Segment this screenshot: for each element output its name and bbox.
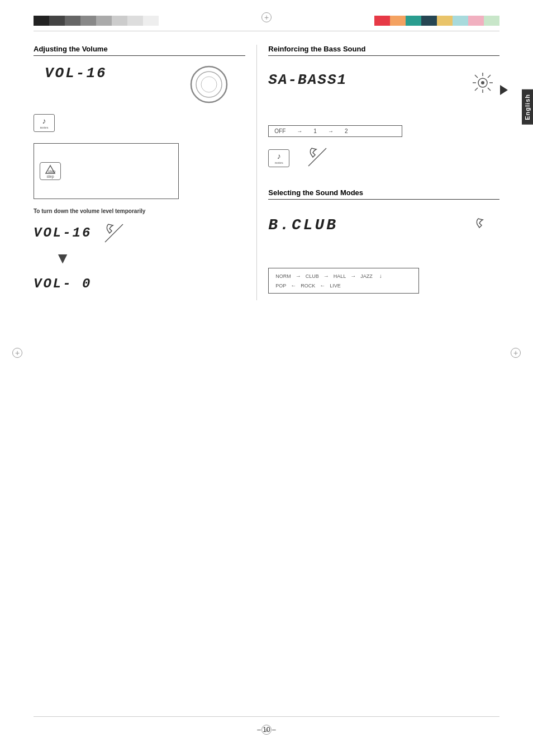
svg-line-4	[105, 224, 123, 242]
step-icon: step step	[40, 162, 61, 180]
step-box: step step	[34, 143, 179, 199]
triangle-icon	[500, 85, 508, 95]
mute-section: To turn down the volume level temporaril…	[34, 208, 245, 300]
sound-modes-section: Selecting the Sound Modes B.CLUB	[268, 188, 499, 294]
bar-block-dark	[421, 16, 437, 26]
cycle-item-rock: ROCK	[301, 283, 315, 289]
bar-block	[127, 16, 143, 26]
columns: Adjusting the Volume VOL-16	[34, 45, 499, 300]
cycle-row-2: POP ← ROCK ← LIVE	[275, 282, 412, 289]
btn-arrow2: →	[328, 128, 334, 134]
notes-phone-row: ♪ notes	[268, 146, 499, 171]
btn-off: OFF	[274, 128, 285, 134]
bass-content: SA-BASS1	[268, 72, 499, 116]
top-bar-right	[374, 16, 499, 26]
cycle-arrow-down: ↓	[379, 273, 382, 279]
english-tab: English	[522, 89, 533, 125]
button-row-bass: OFF → 1 → 2	[268, 125, 402, 137]
bar-block-red	[374, 16, 390, 26]
bass-display-wrap: SA-BASS1	[268, 72, 499, 88]
btn-1: 1	[313, 128, 317, 134]
bottom-rule	[34, 716, 499, 717]
btn-arrow1: →	[297, 128, 302, 134]
notes-row-1: ♪ notes	[34, 114, 245, 132]
cycle-arrow-2: →	[323, 273, 329, 279]
bass-section: Reinforcing the Bass Sound	[268, 45, 499, 171]
mute-label: To turn down the volume level temporaril…	[34, 208, 245, 214]
cycle-arrow-1: →	[296, 273, 301, 279]
vol-display-3: VOL- 0	[34, 276, 92, 291]
btn-2: 2	[345, 128, 348, 134]
step-section: step step	[34, 143, 245, 199]
cycle-arrow-5: ←	[320, 282, 325, 289]
right-column: Reinforcing the Bass Sound	[257, 45, 499, 300]
mute-vol-section: VOL-16 ▼ VOL- 0	[34, 216, 92, 300]
vol-section: VOL-16	[34, 65, 245, 110]
section-title-volume-text: Adjusting the Volume	[34, 45, 108, 53]
svg-text:step: step	[48, 169, 55, 174]
sun-icon	[472, 72, 494, 96]
cycle-arrow-3: →	[350, 273, 356, 279]
section-title-bass: Reinforcing the Bass Sound	[268, 45, 499, 56]
vol-display-2: VOL-16	[34, 225, 92, 240]
svg-line-10	[475, 75, 478, 78]
svg-line-15	[308, 148, 326, 166]
club-display-wrap: B.CLUB	[268, 216, 499, 234]
section-title-sound-modes-text: Selecting the Sound Modes	[268, 188, 363, 197]
bar-block-orange	[390, 16, 406, 26]
svg-point-1	[196, 72, 222, 97]
svg-line-13	[475, 88, 478, 91]
cycle-item-live: LIVE	[330, 283, 341, 289]
reg-mark-left	[12, 348, 22, 358]
reg-mark-right	[511, 348, 521, 358]
page-number: – 10 –	[257, 726, 275, 734]
bar-block-lightgreen	[484, 16, 499, 26]
main-content: Adjusting the Volume VOL-16	[34, 45, 499, 711]
bar-block	[143, 16, 159, 26]
sound-modes-content: B.CLUB	[268, 216, 499, 261]
bar-block-teal	[406, 16, 421, 26]
arrow-down-icon: ▼	[34, 249, 92, 267]
notes-icon-2: ♪ notes	[268, 149, 289, 167]
section-title-volume: Adjusting the Volume	[34, 45, 245, 56]
cycle-item-club: CLUB	[306, 273, 319, 279]
svg-line-11	[488, 88, 491, 91]
bar-block	[112, 16, 127, 26]
cycle-item-jazz: JAZZ	[360, 273, 373, 279]
cycle-item-hall: HALL	[334, 273, 346, 279]
knob-icon	[189, 65, 229, 106]
club-display: B.CLUB	[268, 216, 499, 234]
bass-display: SA-BASS1	[268, 72, 499, 88]
bar-block	[96, 16, 112, 26]
notes-icon-1: ♪ notes	[34, 114, 55, 132]
phone-icon-bass	[307, 146, 327, 171]
cycle-diagram: NORM → CLUB → HALL → JAZZ ↓ POP ← ROCK ←	[268, 268, 419, 294]
phone-icon-modes	[474, 216, 494, 241]
section-title-bass-text: Reinforcing the Bass Sound	[268, 45, 365, 53]
english-label: English	[524, 94, 531, 120]
svg-line-12	[488, 75, 491, 78]
top-bar-left	[34, 16, 159, 26]
cycle-item-pop: POP	[275, 283, 286, 289]
bar-block	[80, 16, 96, 26]
top-rule	[34, 31, 499, 31]
phone-slash-icon	[104, 222, 124, 247]
cycle-item-norm: NORM	[275, 273, 291, 279]
bar-block	[65, 16, 80, 26]
mute-row: VOL-16 ▼ VOL- 0	[34, 216, 245, 300]
cycle-arrow-4: ←	[291, 282, 296, 289]
left-column: Adjusting the Volume VOL-16	[34, 45, 257, 300]
cycle-row-1: NORM → CLUB → HALL → JAZZ ↓	[275, 273, 412, 279]
bar-block-lightblue	[453, 16, 468, 26]
bar-block	[49, 16, 65, 26]
reg-mark-top	[261, 12, 272, 22]
bar-block-pink	[468, 16, 484, 26]
section-title-sound-modes: Selecting the Sound Modes	[268, 188, 499, 200]
svg-point-14	[481, 81, 484, 84]
bar-block-yellow	[437, 16, 453, 26]
bar-block	[34, 16, 49, 26]
svg-point-2	[201, 77, 217, 92]
